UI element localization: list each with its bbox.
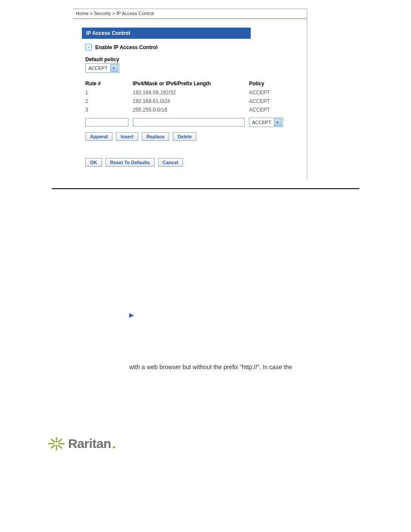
chevron-down-icon: ▾ [274, 118, 282, 126]
doc-text-line: with a web browser but without the prefi… [129, 364, 292, 370]
chevron-down-icon: ▾ [110, 64, 118, 72]
arrow-right-icon: ▶ [129, 311, 134, 320]
rule-ip: 192.168.59.192/32 [133, 88, 249, 97]
default-policy-value: ACCEPT [88, 65, 108, 71]
cancel-button[interactable]: Cancel [158, 158, 183, 167]
rule-policy: ACCEPT [249, 106, 292, 114]
column-header-policy: Policy [249, 79, 292, 88]
rule-policy: ACCEPT [249, 97, 292, 106]
rule-number: 2 [85, 97, 133, 106]
new-rule-policy-select[interactable]: ACCEPT ▾ [249, 118, 283, 127]
rule-ip: 192.168.61.0/24 [133, 97, 249, 106]
append-button[interactable]: Append [85, 132, 112, 141]
new-rule-ip-input[interactable] [133, 118, 245, 127]
raritan-logo-text: Raritan [68, 436, 111, 451]
insert-button[interactable]: Insert [116, 132, 138, 141]
table-row: 2 192.168.61.0/24 ACCEPT [85, 97, 298, 106]
rule-ip: 255.255.0.0/16 [133, 106, 249, 114]
ip-access-control-screenshot: Home > Security > IP Access Control IP A… [73, 9, 307, 180]
column-header-rule: Rule # [85, 79, 133, 88]
divider [52, 188, 359, 189]
enable-ip-access-control-checkbox[interactable]: ✓ [85, 44, 92, 50]
ip-access-control-panel: IP Access Control ✓ Enable IP Access Con… [73, 19, 307, 180]
rule-policy: ACCEPT [249, 88, 292, 97]
default-policy-select[interactable]: ACCEPT ▾ [85, 63, 119, 73]
raritan-logo-icon [47, 436, 65, 451]
rule-number: 1 [85, 88, 133, 97]
table-row: 3 255.255.0.0/16 ACCEPT [85, 106, 298, 114]
enable-ip-access-control-label: Enable IP Access Control [95, 44, 158, 50]
new-rule-policy-value: ACCEPT [252, 120, 271, 125]
new-rule-number-input[interactable] [85, 118, 128, 127]
logo-dot-icon [113, 446, 115, 448]
document-body-text: ▶ with a web browser but without the pre… [129, 310, 372, 372]
rule-number: 3 [85, 106, 133, 114]
panel-title: IP Access Control [82, 28, 251, 39]
rules-table: Rule # IPv4/Mask or IPv6/Prefix Length P… [85, 79, 298, 141]
breadcrumb: Home > Security > IP Access Control [73, 9, 307, 19]
raritan-logo: Raritan [47, 436, 411, 451]
default-policy-label: Default policy [85, 56, 298, 62]
ok-button[interactable]: OK [85, 158, 102, 167]
table-row: 1 192.168.59.192/32 ACCEPT [85, 88, 298, 97]
delete-button[interactable]: Delete [173, 132, 196, 141]
reset-to-defaults-button[interactable]: Reset To Defaults [106, 158, 155, 167]
replace-button[interactable]: Replace [142, 132, 169, 141]
column-header-ip: IPv4/Mask or IPv6/Prefix Length [133, 79, 249, 88]
